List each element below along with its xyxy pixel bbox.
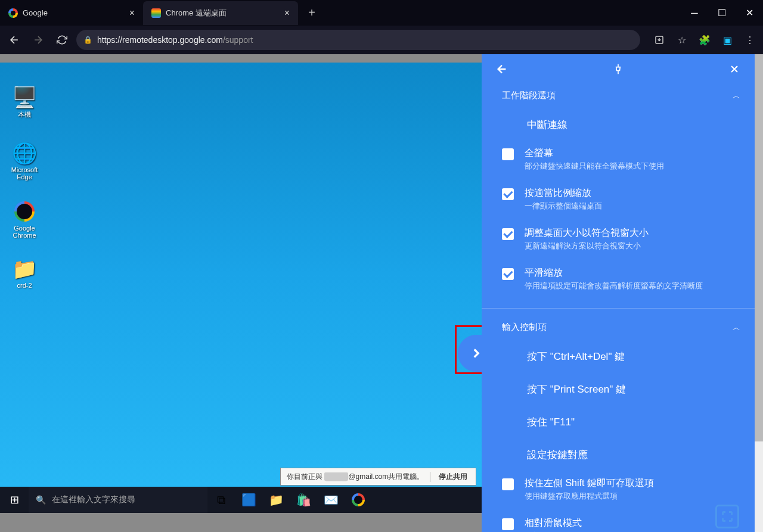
task-view-icon[interactable]: ⧉ (207, 487, 235, 513)
panel-back-button[interactable] (491, 58, 513, 80)
maximize-button[interactable]: ☐ (708, 2, 736, 24)
chrome-icon (4, 200, 45, 223)
tab-chrome-remote[interactable]: Chrome 遠端桌面 × (143, 1, 298, 25)
taskbar-mail-icon[interactable]: ✉️ (317, 487, 345, 513)
option-sub: 部分鍵盤快速鍵只能在全螢幕模式下使用 (525, 161, 664, 172)
send-print-screen[interactable]: 按下 "Print Screen" 鍵 (502, 373, 740, 406)
icon-label: crd-2 (17, 282, 32, 289)
close-tab-icon[interactable]: × (129, 8, 135, 18)
sharing-notification-bar: 你目前正與 ████@gmail.com共用電腦。 停止共用 (280, 468, 476, 486)
option-shift-options[interactable]: 按住左側 Shift 鍵即可存取選項使用鍵盤存取應用程式選項 (502, 471, 740, 511)
taskbar-chrome-icon[interactable] (345, 487, 372, 513)
option-relative-mouse[interactable]: 相對滑鼠模式改善與部分軟體的相容性，例如全螢幕遊戲或虛擬機 (502, 511, 740, 532)
hold-f11[interactable]: 按住 "F11" (502, 406, 740, 438)
browser-toolbar: 🔒 https://remotedesktop.google.com/suppo… (0, 26, 763, 54)
start-button[interactable]: ⊞ (0, 487, 29, 513)
extension-icon[interactable]: 🧩 (696, 32, 713, 48)
checkbox[interactable] (502, 268, 514, 280)
option-title: 按適當比例縮放 (525, 187, 602, 200)
search-icon: 🔍 (36, 495, 46, 505)
pc-icon: 🖥️ (4, 85, 45, 109)
share-prefix: 你目前正與 (287, 472, 322, 481)
icon-label: Google Chrome (13, 225, 36, 239)
tab-google[interactable]: Google × (0, 1, 143, 25)
checkbox[interactable] (502, 518, 514, 530)
remote-taskbar[interactable]: ⊞ 🔍 在這裡輸入文字來搜尋 ⧉ 🟦 📁 🛍️ ✉️ (0, 487, 482, 513)
option-title: 平滑縮放 (525, 267, 703, 279)
icon-label: Microsoft Edge (11, 166, 38, 181)
option-resize-desktop[interactable]: 調整桌面大小以符合視窗大小更新遠端解決方案以符合視窗大小 (502, 221, 740, 261)
checkbox[interactable] (502, 148, 514, 160)
search-placeholder: 在這裡輸入文字來搜尋 (52, 494, 135, 505)
obscured-user: ████ (324, 472, 348, 481)
close-tab-icon[interactable]: × (284, 8, 290, 18)
address-bar[interactable]: 🔒 https://remotedesktop.google.com/suppo… (76, 30, 640, 50)
folder-icon: 📁 (4, 257, 45, 281)
icon-label: 本機 (18, 111, 31, 118)
tab-title: Chrome 遠端桌面 (166, 8, 227, 18)
desktop-icon-crd[interactable]: 📁 crd-2 (4, 257, 45, 289)
desktop-icon-this-pc[interactable]: 🖥️ 本機 (4, 85, 45, 119)
option-sub: 更新遠端解決方案以符合視窗大小 (525, 241, 649, 251)
url-host: https://remotedesktop.google.com (97, 35, 223, 45)
minimize-button[interactable]: ─ (681, 2, 708, 24)
session-options-panel: 工作階段選項 ︿ 中斷連線 全螢幕部分鍵盤快速鍵只能在全螢幕模式下使用 按適當比… (482, 54, 755, 532)
divider (482, 308, 755, 309)
forward-button[interactable] (29, 30, 48, 49)
section-input-controls[interactable]: 輸入控制項 ︿ (502, 316, 740, 340)
checkbox[interactable] (502, 478, 514, 490)
url-path: /support (223, 35, 253, 45)
close-window-button[interactable]: ✕ (736, 2, 763, 24)
option-title: 相對滑鼠模式 (525, 517, 703, 530)
lock-icon: 🔒 (83, 36, 92, 44)
edge-icon: 🌐 (4, 141, 45, 165)
option-sub: 一律顯示整個遠端桌面 (525, 201, 602, 211)
extension2-icon[interactable]: ▣ (719, 32, 736, 48)
stop-sharing-button[interactable]: 停止共用 (430, 472, 476, 482)
option-fullscreen[interactable]: 全螢幕部分鍵盤快速鍵只能在全螢幕模式下使用 (502, 141, 740, 181)
option-title: 按住左側 Shift 鍵即可存取選項 (525, 477, 654, 490)
option-sub: 停用這項設定可能會改善高解析度螢幕的文字清晰度 (525, 281, 703, 291)
back-button[interactable] (5, 30, 24, 49)
new-tab-button[interactable]: + (303, 4, 321, 22)
checkbox[interactable] (502, 188, 514, 200)
chevron-up-icon: ︿ (733, 322, 740, 333)
scrollbar-thumb[interactable] (755, 54, 763, 441)
taskbar-search[interactable]: 🔍 在這裡輸入文字來搜尋 (29, 487, 207, 513)
option-title: 調整桌面大小以符合視窗大小 (525, 227, 649, 239)
disconnect-button[interactable]: 中斷連線 (502, 108, 740, 141)
browser-titlebar: Google × Chrome 遠端桌面 × + ─ ☐ ✕ (0, 0, 763, 26)
bookmark-star-icon[interactable]: ☆ (674, 32, 690, 48)
chevron-up-icon: ︿ (733, 91, 740, 101)
taskbar-store-icon[interactable]: 🛍️ (290, 487, 317, 513)
option-scale-to-fit[interactable]: 按適當比例縮放一律顯示整個遠端桌面 (502, 181, 740, 221)
desktop-icon-chrome[interactable]: Google Chrome (4, 200, 45, 239)
taskbar-edge-icon[interactable]: 🟦 (235, 487, 262, 513)
option-smooth-scaling[interactable]: 平滑縮放停用這項設定可能會改善高解析度螢幕的文字清晰度 (502, 261, 740, 301)
send-ctrl-alt-del[interactable]: 按下 "Ctrl+Alt+Del" 鍵 (502, 340, 740, 373)
tab-title: Google (23, 8, 48, 17)
section-label: 工作階段選項 (502, 90, 556, 101)
taskbar-explorer-icon[interactable]: 📁 (262, 487, 290, 513)
option-title: 全螢幕 (525, 147, 664, 160)
reload-button[interactable] (52, 30, 72, 49)
install-app-icon[interactable] (651, 32, 668, 48)
pin-panel-button[interactable] (607, 58, 629, 80)
remote-desktop-viewport[interactable]: 🖥️ 本機 🌐 Microsoft Edge Google Chrome 📁 c… (0, 63, 482, 487)
section-label: 輸入控制項 (502, 322, 547, 333)
checkbox[interactable] (502, 228, 514, 240)
google-favicon-icon (8, 8, 18, 18)
close-panel-button[interactable] (724, 58, 745, 80)
configure-key-mapping[interactable]: 設定按鍵對應 (502, 438, 740, 471)
crd-favicon-icon (151, 8, 161, 18)
page-scrollbar[interactable] (755, 54, 763, 532)
share-suffix: @gmail.com共用電腦。 (348, 472, 424, 481)
browser-menu-icon[interactable]: ⋮ (742, 32, 758, 48)
option-sub: 使用鍵盤存取應用程式選項 (525, 491, 654, 502)
section-session-options[interactable]: 工作階段選項 ︿ (502, 84, 740, 108)
desktop-icon-edge[interactable]: 🌐 Microsoft Edge (4, 141, 45, 181)
